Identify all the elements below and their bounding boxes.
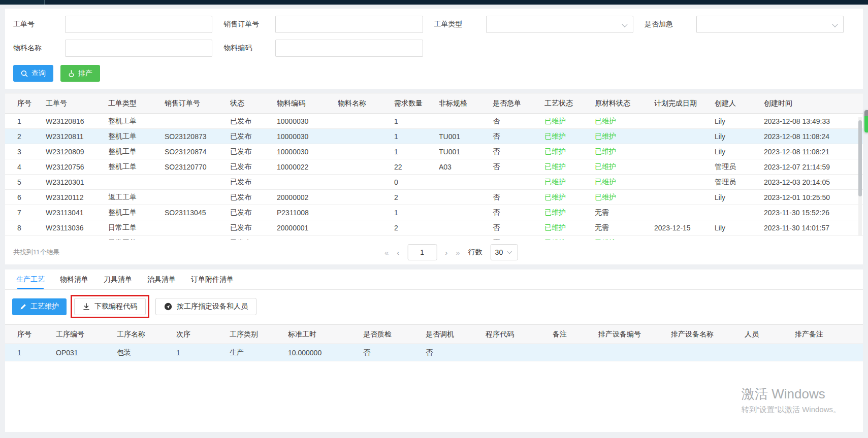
work-order-no-input[interactable] [65, 16, 212, 33]
process-maintain-button[interactable]: 工艺维护 [12, 298, 67, 315]
first-page-icon[interactable]: « [384, 248, 389, 257]
table-row[interactable]: 6W23120112返工工单已发布200000022否已维护已维护Lily202… [5, 190, 863, 205]
column-header: 计划完成日期 [654, 93, 715, 114]
column-header: 工单类型 [108, 93, 165, 114]
send-circle-icon [164, 302, 172, 311]
download-icon [83, 303, 90, 311]
search-panel: 工单号 销售订单号 工单类型 是否加急 物料名称 物料编码 [5, 9, 863, 89]
column-header: 物料编码 [277, 93, 338, 114]
edge-widget-grip [864, 110, 868, 116]
column-header: 工艺状态 [544, 93, 595, 114]
column-header: 排产备注 [795, 325, 863, 344]
rows-per-page-select[interactable]: 30 [491, 244, 518, 260]
column-header: 是否调机 [426, 325, 486, 344]
column-header: 非标规格 [439, 93, 493, 114]
chevron-down-icon [507, 249, 512, 254]
table-row[interactable]: 9W23113026日常工单已发布2000000222否已维护已维护2023-1… [5, 235, 863, 241]
column-header: 工序名称 [117, 325, 176, 344]
column-header: 备注 [553, 325, 598, 344]
material-code-input[interactable] [275, 40, 423, 57]
tab-1[interactable]: 物料清单 [60, 269, 88, 289]
window-top-strip [0, 0, 868, 5]
orders-scrollbar-track[interactable] [858, 117, 862, 236]
table-row[interactable]: 4W23120756整机工单SO23120770已发布1000002222A03… [5, 159, 863, 175]
table-row[interactable]: 1W23120816整机工单已发布100000301否已维护已维护Lily202… [5, 114, 863, 129]
detail-panel: 生产工艺物料清单刀具清单治具清单订单附件清单 工艺维护 下载编程代码 按工序指定… [5, 269, 863, 432]
edge-widget-body [864, 116, 868, 132]
process-table: 序号工序编号工序名称次序工序类别标准工时是否质检是否调机程序代码备注排产设备编号… [5, 324, 863, 361]
table-row[interactable]: 8W23113036日常工单已发布200000012否已维护无需2023-12-… [5, 220, 863, 235]
process-maintain-label: 工艺维护 [30, 302, 59, 311]
rows-per-page-label: 行数 [468, 248, 483, 257]
tab-2[interactable]: 刀具清单 [104, 269, 132, 289]
result-count: 共找到11个结果 [13, 248, 60, 257]
sales-order-no-label: 销售订单号 [223, 20, 275, 29]
tab-0[interactable]: 生产工艺 [16, 269, 45, 289]
column-header: 原材料状态 [595, 93, 654, 114]
material-code-label: 物料编码 [223, 44, 275, 53]
watermark-title: 激活 Windows [742, 385, 841, 403]
column-header: 程序代码 [486, 325, 553, 344]
process-header-row: 序号工序编号工序名称次序工序类别标准工时是否质检是否调机程序代码备注排产设备编号… [5, 325, 863, 344]
orders-table: 序号工单号工单类型销售订单号状态物料编码物料名称需求数量非标规格是否急单工艺状态… [5, 93, 863, 240]
chevron-down-icon [622, 21, 627, 27]
table-row[interactable]: 2W23120811整机工单SO23120873已发布100000301TU00… [5, 129, 863, 144]
material-name-input[interactable] [65, 40, 212, 57]
work-order-type-label: 工单类型 [434, 20, 486, 29]
column-header: 销售订单号 [165, 93, 230, 114]
assign-equipment-button[interactable]: 按工序指定设备和人员 [155, 298, 256, 315]
column-header: 排产设备名称 [671, 325, 745, 344]
orders-scrollbar-thumb[interactable] [858, 120, 862, 196]
column-header: 标准工时 [288, 325, 363, 344]
red-highlight-annotation: 下载编程代码 [71, 295, 149, 318]
column-header: 是否急单 [493, 93, 544, 114]
next-page-icon[interactable]: › [445, 248, 447, 257]
search-icon [21, 70, 28, 77]
download-program-code-label: 下载编程代码 [94, 302, 137, 311]
table-row[interactable]: 5W23120301已发布0已维护已维护管理员2023-12-03 20:14:… [5, 175, 863, 190]
is-urgent-label: 是否加急 [645, 20, 696, 29]
column-header: 需求数量 [394, 93, 439, 114]
table-row[interactable]: 1OP031包装1生产10.000000否否 [5, 344, 863, 361]
prev-page-icon[interactable]: ‹ [397, 248, 399, 257]
tab-3[interactable]: 治具清单 [147, 269, 176, 289]
column-header: 序号 [5, 325, 56, 344]
column-header: 工序类别 [230, 325, 288, 344]
column-header: 工单号 [46, 93, 108, 114]
sales-order-no-input[interactable] [275, 16, 423, 33]
column-header: 创建人 [715, 93, 764, 114]
download-program-code-button[interactable]: 下载编程代码 [74, 298, 146, 315]
column-header: 物料名称 [338, 93, 394, 114]
tab-4[interactable]: 订单附件清单 [191, 269, 234, 289]
column-header: 工序编号 [56, 325, 117, 344]
column-header: 是否质检 [363, 325, 426, 344]
column-header: 排产设备编号 [598, 325, 671, 344]
column-header: 状态 [230, 93, 277, 114]
column-header: 人员 [745, 325, 795, 344]
window-top-strip-left [0, 0, 45, 5]
edge-floating-widget[interactable] [864, 110, 868, 132]
assign-equipment-label: 按工序指定设备和人员 [177, 302, 248, 311]
page-number-input[interactable] [407, 244, 437, 260]
pencil-icon [20, 303, 27, 310]
last-page-icon[interactable]: » [456, 248, 460, 257]
query-button[interactable]: 查询 [13, 65, 53, 82]
work-order-no-label: 工单号 [13, 20, 65, 29]
table-row[interactable]: 3W23120809整机工单SO23120874已发布100000301TU00… [5, 144, 863, 159]
schedule-button[interactable]: 排产 [60, 65, 100, 82]
hand-pointer-icon [68, 70, 75, 77]
query-button-label: 查询 [31, 69, 46, 78]
detail-tabs: 生产工艺物料清单刀具清单治具清单订单附件清单 [5, 269, 863, 290]
pagination-bar: 共找到11个结果 « ‹ › » 行数 30 [5, 240, 863, 264]
material-name-label: 物料名称 [13, 44, 65, 53]
schedule-button-label: 排产 [78, 69, 92, 78]
is-urgent-select[interactable] [696, 16, 844, 33]
column-header: 创建时间 [764, 93, 863, 114]
work-order-type-select[interactable] [486, 16, 633, 33]
chevron-down-icon [832, 21, 838, 27]
column-header: 次序 [176, 325, 230, 344]
rows-per-page-value: 30 [495, 248, 503, 256]
table-row[interactable]: 7W23113041整机工单SO23113045已发布P23110081否已维护… [5, 205, 863, 220]
orders-panel: 序号工单号工单类型销售订单号状态物料编码物料名称需求数量非标规格是否急单工艺状态… [5, 93, 863, 264]
column-header: 序号 [5, 93, 46, 114]
